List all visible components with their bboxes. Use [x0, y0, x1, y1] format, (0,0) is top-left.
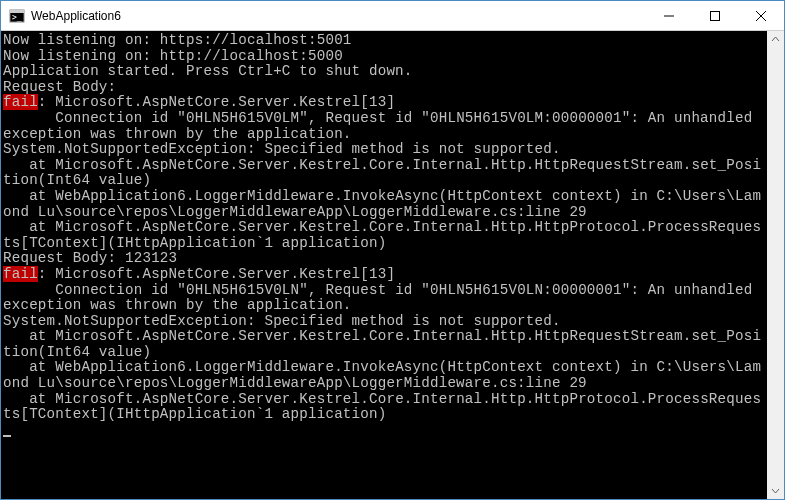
maximize-button[interactable] [692, 1, 738, 31]
minimize-icon [664, 11, 674, 21]
console-output[interactable]: Now listening on: https://localhost:5001… [1, 31, 767, 499]
chevron-up-icon [771, 35, 780, 44]
console-icon: >_ [9, 8, 25, 24]
titlebar[interactable]: >_ WebApplication6 [1, 1, 784, 31]
vertical-scrollbar[interactable] [767, 31, 784, 499]
fail-tag: fail [3, 266, 38, 282]
console-text: : Microsoft.AspNetCore.Server.Kestrel[13… [38, 94, 395, 110]
scroll-down-button[interactable] [767, 482, 784, 499]
scroll-up-button[interactable] [767, 31, 784, 48]
client-area: Now listening on: https://localhost:5001… [1, 31, 784, 499]
console-text: Now listening on: https://localhost:5001… [3, 32, 413, 95]
window-title: WebApplication6 [31, 9, 121, 23]
cursor [3, 435, 11, 437]
maximize-icon [710, 11, 720, 21]
console-text: Connection id "0HLN5H615V0LN", Request i… [3, 282, 761, 423]
close-icon [756, 11, 766, 21]
close-button[interactable] [738, 1, 784, 31]
svg-rect-4 [711, 11, 720, 20]
chevron-down-icon [771, 486, 780, 495]
console-text: : Microsoft.AspNetCore.Server.Kestrel[13… [38, 266, 395, 282]
minimize-button[interactable] [646, 1, 692, 31]
svg-text:>_: >_ [12, 13, 22, 22]
console-text: Connection id "0HLN5H615V0LM", Request i… [3, 110, 761, 266]
scroll-track[interactable] [767, 48, 784, 482]
app-window: >_ WebApplication6 Now listening on: htt… [0, 0, 785, 500]
fail-tag: fail [3, 94, 38, 110]
